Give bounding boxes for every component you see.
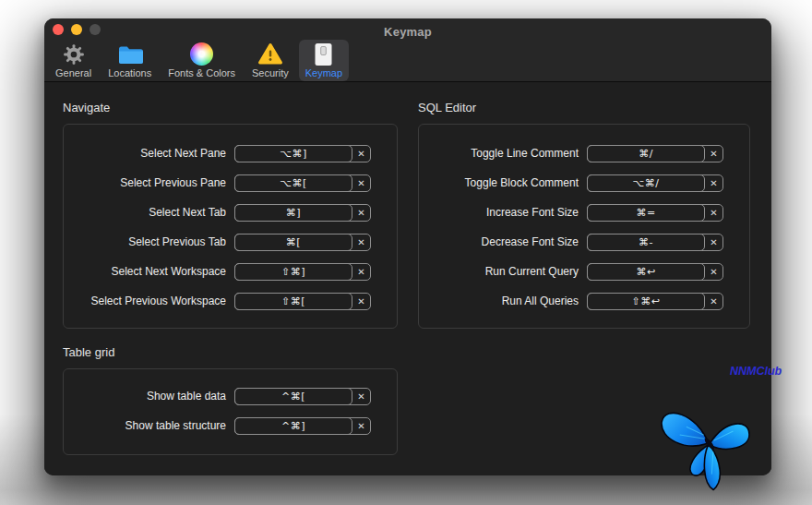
clear-shortcut-button[interactable]: ✕ (705, 205, 722, 221)
shortcut-row-show-table-data: Show table data ^⌘[ ✕ (71, 381, 371, 411)
clear-shortcut-button[interactable]: ✕ (352, 234, 370, 250)
shortcut-field[interactable]: ⌘[ (234, 234, 352, 251)
shortcut-control: ⌘] ✕ (234, 204, 371, 222)
shortcut-row-select-next-workspace: Select Next Workspace ⇧⌘] ✕ (71, 257, 371, 286)
shortcut-row-select-next-pane: Select Next Pane ⌥⌘] ✕ (71, 138, 371, 168)
shortcut-label: Show table data (71, 390, 226, 403)
shortcut-label: Show table structure (71, 419, 226, 432)
shortcut-row-run-all-queries: Run All Queries ⇧⌘↩ ✕ (426, 286, 723, 316)
toolbar-label-keymap: Keymap (305, 67, 342, 78)
clear-shortcut-button[interactable]: ✕ (705, 294, 722, 309)
sql-editor-groupbox: Toggle Line Comment ⌘/ ✕ Toggle Block Co… (418, 124, 750, 329)
shortcut-row-decrease-font-size: Decrease Font Size ⌘- ✕ (426, 227, 723, 257)
shortcut-label: Select Next Pane (71, 147, 226, 160)
shortcut-label: Select Previous Tab (71, 235, 226, 248)
shortcut-field[interactable]: ⇧⌘[ (234, 293, 352, 310)
shortcut-control: ⇧⌘[ ✕ (234, 293, 371, 310)
shortcut-row-show-table-structure: Show table structure ^⌘] ✕ (71, 411, 371, 440)
folder-icon (117, 42, 143, 66)
shortcut-field[interactable]: ^⌘] (234, 417, 352, 435)
toolbar-item-security[interactable]: Security (245, 40, 295, 81)
shortcut-label: Decrease Font Size (426, 235, 579, 248)
shortcut-control: ⌘= ✕ (587, 204, 723, 222)
shortcut-label: Toggle Line Comment (426, 147, 579, 160)
gear-icon (62, 42, 86, 66)
window-title: Keymap (44, 25, 771, 39)
shortcut-field[interactable]: ⇧⌘] (234, 263, 352, 281)
shortcut-label: Select Next Workspace (71, 265, 226, 278)
shortcut-row-toggle-line-comment: Toggle Line Comment ⌘/ ✕ (426, 138, 723, 168)
toolbar-label-security: Security (252, 67, 289, 78)
preferences-toolbar: General Locations Fonts & Colors (49, 40, 349, 82)
shortcut-control: ⌥⌘/ ✕ (587, 174, 723, 192)
shortcut-label: Toggle Block Comment (426, 176, 579, 189)
shortcut-field[interactable]: ⌘/ (587, 145, 705, 162)
shortcut-field[interactable]: ^⌘[ (234, 388, 352, 405)
shortcut-row-toggle-block-comment: Toggle Block Comment ⌥⌘/ ✕ (426, 168, 723, 198)
toolbar-label-locations: Locations (108, 67, 151, 78)
clear-shortcut-button[interactable]: ✕ (352, 146, 370, 162)
shortcut-field[interactable]: ⌘- (587, 234, 705, 251)
clear-shortcut-button[interactable]: ✕ (705, 234, 722, 250)
shortcut-label: Select Next Tab (71, 206, 226, 219)
table-grid-groupbox: Show table data ^⌘[ ✕ Show table structu… (63, 368, 398, 455)
warning-icon (257, 42, 283, 66)
shortcut-row-select-previous-pane: Select Previous Pane ⌥⌘[ ✕ (71, 168, 371, 198)
shortcut-row-select-next-tab: Select Next Tab ⌘] ✕ (71, 198, 371, 227)
section-title: Table grid (63, 345, 398, 359)
toolbar-label-fonts-colors: Fonts & Colors (168, 67, 235, 78)
toolbar-item-locations[interactable]: Locations (102, 40, 158, 81)
clear-shortcut-button[interactable]: ✕ (705, 175, 722, 191)
shortcut-control: ⌘/ ✕ (587, 145, 723, 162)
section-sql-editor: SQL Editor Toggle Line Comment ⌘/ ✕ Togg… (418, 101, 750, 329)
shortcut-field[interactable]: ⌘= (587, 204, 705, 222)
clear-shortcut-button[interactable]: ✕ (352, 205, 370, 221)
shortcut-label: Select Previous Workspace (71, 295, 226, 307)
section-table-grid: Table grid Show table data ^⌘[ ✕ Show ta… (63, 345, 398, 455)
clear-shortcut-button[interactable]: ✕ (705, 264, 722, 280)
shortcut-row-select-previous-workspace: Select Previous Workspace ⇧⌘[ ✕ (71, 286, 371, 316)
color-wheel-icon (190, 42, 213, 66)
shortcut-control: ^⌘] ✕ (234, 417, 371, 435)
shortcut-field[interactable]: ⌘] (234, 204, 352, 222)
clear-shortcut-button[interactable]: ✕ (352, 418, 370, 434)
shortcut-label: Increase Font Size (426, 206, 579, 219)
clear-shortcut-button[interactable]: ✕ (352, 175, 370, 191)
window-header: Keymap General (44, 18, 771, 82)
clear-shortcut-button[interactable]: ✕ (352, 264, 370, 280)
section-title: SQL Editor (418, 101, 750, 114)
toolbar-label-general: General (55, 67, 91, 78)
shortcut-control: ^⌘[ ✕ (234, 388, 371, 405)
toolbar-item-keymap[interactable]: Keymap (299, 40, 349, 81)
shortcut-control: ⌥⌘] ✕ (234, 145, 371, 162)
shortcut-field[interactable]: ⌥⌘] (234, 145, 352, 162)
shortcut-field[interactable]: ⌥⌘[ (234, 174, 352, 192)
clear-shortcut-button[interactable]: ✕ (352, 389, 370, 404)
shortcut-control: ⌘- ✕ (587, 234, 723, 251)
section-navigate: Navigate Select Next Pane ⌥⌘] ✕ Select P… (63, 101, 398, 329)
navigate-groupbox: Select Next Pane ⌥⌘] ✕ Select Previous P… (63, 124, 398, 329)
shortcut-control: ⇧⌘] ✕ (234, 263, 371, 281)
watermark-text: NNMClub (730, 365, 782, 378)
shortcut-control: ⌘↩ ✕ (587, 263, 723, 281)
shortcut-field[interactable]: ⌥⌘/ (587, 174, 705, 192)
clear-shortcut-button[interactable]: ✕ (352, 294, 370, 309)
clear-shortcut-button[interactable]: ✕ (705, 146, 722, 162)
toolbar-item-general[interactable]: General (49, 40, 98, 81)
butterfly-image (656, 392, 758, 498)
shortcut-control: ⌘[ ✕ (234, 234, 371, 251)
section-title: Navigate (63, 101, 398, 114)
shortcut-row-select-previous-tab: Select Previous Tab ⌘[ ✕ (71, 227, 371, 257)
shortcut-control: ⇧⌘↩ ✕ (587, 293, 723, 310)
shortcut-field[interactable]: ⌘↩ (587, 263, 705, 281)
shortcut-label: Select Previous Pane (71, 176, 226, 189)
keyboard-icon (313, 42, 334, 66)
toolbar-item-fonts-colors[interactable]: Fonts & Colors (161, 40, 242, 81)
shortcut-row-run-current-query: Run Current Query ⌘↩ ✕ (426, 257, 723, 286)
shortcut-label: Run All Queries (426, 295, 579, 307)
shortcut-label: Run Current Query (426, 265, 579, 278)
shortcut-field[interactable]: ⇧⌘↩ (587, 293, 705, 310)
shortcut-row-increase-font-size: Increase Font Size ⌘= ✕ (426, 198, 723, 227)
shortcut-control: ⌥⌘[ ✕ (234, 174, 371, 192)
